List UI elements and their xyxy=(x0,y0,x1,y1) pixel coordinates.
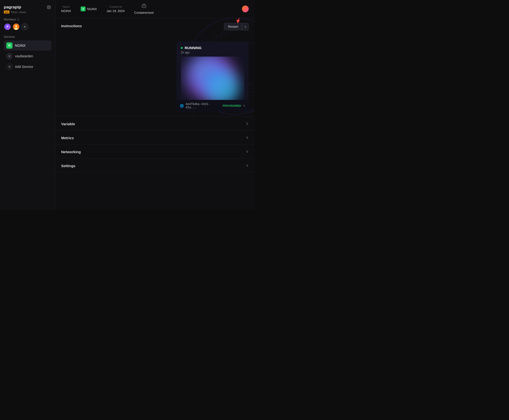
header-created-field: Created At Jan 19, 2024 xyxy=(106,5,125,13)
avatar-img[interactable] xyxy=(13,23,20,30)
restart-button-group: Restart ∧ xyxy=(224,23,249,30)
running-label: RUNNING xyxy=(185,46,202,50)
variable-title: Variable xyxy=(61,121,75,126)
container-icon xyxy=(141,3,147,10)
sidebar-item-nginx[interactable]: N NGINX xyxy=(4,40,51,51)
project-name: pagrapip xyxy=(4,5,21,10)
orb-visualization xyxy=(181,57,244,100)
sidebar-item-vaultwarden[interactable]: V vaultwarden xyxy=(4,51,51,61)
add-service-icon: ⊕ xyxy=(6,64,13,70)
services-label: Services xyxy=(4,35,51,38)
variable-chevron-icon: ∨ xyxy=(246,121,249,126)
nginx-icon-sm: N xyxy=(81,7,85,11)
restart-button[interactable]: Restart xyxy=(224,23,242,30)
created-value: Jan 19, 2024 xyxy=(106,9,125,13)
metrics-chevron-icon: ∨ xyxy=(246,135,249,140)
project-region: aws Tokyo, Japan xyxy=(4,11,51,14)
add-service-item[interactable]: ⊕ Add Service xyxy=(4,62,51,72)
vaultwarden-label: vaultwarden xyxy=(15,54,33,58)
networking-chevron-icon: ∨ xyxy=(246,149,249,154)
add-service-label: Add Service xyxy=(15,65,33,69)
restart-dropdown-button[interactable]: ∧ xyxy=(242,23,249,30)
settings-section[interactable]: Settings ∨ xyxy=(55,158,254,172)
add-member-button[interactable]: + xyxy=(21,23,28,30)
nginx-label: NGINX xyxy=(15,44,25,47)
sidebar: pagrapip aws Tokyo, Japan Members 2 P xyxy=(0,0,55,210)
members-label: Members 2 xyxy=(4,18,51,21)
settings-title: Settings xyxy=(61,163,75,168)
provision-id: 4e4fb46a-43d1-43a... xyxy=(186,102,220,109)
header-name-field: Name NGINX xyxy=(61,5,71,13)
provisioned-bar: 🌐 4e4fb46a-43d1-43a... PROVISIONED ✕ xyxy=(177,100,249,112)
main-panel: Name NGINX N NGINX Created At Jan 19, 20… xyxy=(55,0,254,210)
restart-area: Restart ∧ xyxy=(224,23,249,30)
name-label: Name xyxy=(63,5,70,8)
user-avatar-top[interactable] xyxy=(242,6,249,12)
settings-button[interactable] xyxy=(46,5,51,10)
region-text: Tokyo, Japan xyxy=(11,11,26,14)
globe-icon: 🌐 xyxy=(180,104,184,108)
svg-point-1 xyxy=(15,25,17,27)
avatar-p[interactable]: P xyxy=(4,23,11,30)
nginx-badge: N NGINX xyxy=(81,7,97,11)
members-section: Members 2 P + xyxy=(4,18,51,30)
vaultwarden-icon: V xyxy=(6,53,13,59)
header-service-field: N NGINX xyxy=(81,7,97,11)
networking-section[interactable]: Networking ∨ xyxy=(55,144,254,158)
header-type-field: Containerized xyxy=(134,3,154,15)
provisioned-badge: PROVISIONED xyxy=(223,104,241,107)
type-label: Containerized xyxy=(134,11,154,15)
instructions-section: Instructions Restart xyxy=(55,18,254,117)
service-badge-label: NGINX xyxy=(87,7,97,11)
close-provision-button[interactable]: ✕ xyxy=(243,104,245,107)
header-bar: Name NGINX N NGINX Created At Jan 19, 20… xyxy=(55,0,254,18)
aws-badge: aws xyxy=(4,11,9,14)
running-card: RUNNING 2h ago 🌐 4e4fb46a-43d1-43a... PR… xyxy=(177,41,249,112)
instructions-title: Instructions xyxy=(61,23,82,28)
name-value: NGINX xyxy=(61,9,71,13)
networking-title: Networking xyxy=(61,149,81,154)
metrics-title: Metrics xyxy=(61,135,74,140)
content-area: Instructions Restart xyxy=(55,18,254,210)
metrics-section[interactable]: Metrics ∨ xyxy=(55,131,254,144)
project-header: pagrapip xyxy=(4,5,51,10)
variable-section[interactable]: Variable ∨ xyxy=(55,117,254,131)
settings-chevron-icon: ∨ xyxy=(246,163,249,168)
created-label: Created At xyxy=(109,5,122,8)
nginx-icon: N xyxy=(6,42,13,49)
running-dot xyxy=(181,47,183,49)
orb-secondary xyxy=(203,69,240,100)
running-time: 2h ago xyxy=(181,51,244,54)
services-section: Services N NGINX V vaultwarden ⊕ Add Ser… xyxy=(4,35,51,205)
running-status-header: RUNNING xyxy=(181,46,244,50)
members-row: P + xyxy=(4,23,51,30)
